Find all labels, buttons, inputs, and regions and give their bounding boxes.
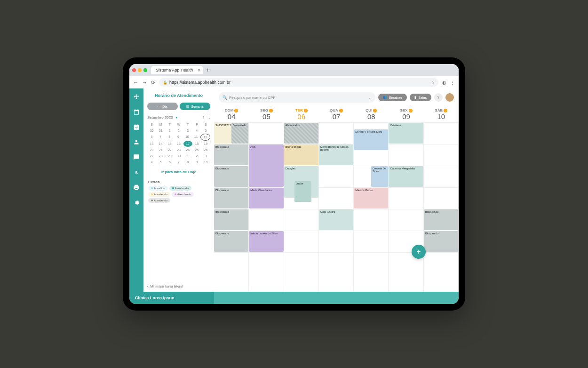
browser-tab[interactable]: Sistema App Health × [151,66,203,74]
minimize-sidebar-button[interactable]: ‹ Minimizar barra lateral [143,281,214,292]
mini-cal-day[interactable]: 31 [156,128,165,134]
day-header[interactable]: SÁB10 [424,106,459,122]
day-column[interactable]: AlessandroBruno thiagoDouglasLucas [284,123,319,292]
event[interactable]: Marcos Pedro [354,188,388,208]
day-column[interactable]: BloqueadoBloqueado [424,123,459,292]
chat-icon[interactable] [133,153,140,161]
mini-cal-day[interactable]: 25 [192,147,201,153]
help-button[interactable]: ? [434,93,443,102]
mini-cal-day[interactable]: 28 [156,153,165,159]
mini-cal-day[interactable]: 12 [200,134,210,141]
mini-cal-day[interactable]: 2 [174,128,183,134]
mini-cal-day[interactable]: 5 [201,128,210,134]
mini-cal-day[interactable]: 2 [192,153,201,159]
filter-chip[interactable]: Atendendo [148,198,170,203]
day-column[interactable]: Marta Berenice santos goldrinCaio Castro [319,123,354,292]
go-to-today-link[interactable]: Ir para data de Hoje [143,166,214,178]
mini-cal-day[interactable]: 3 [201,153,210,159]
address-bar[interactable]: 🔒 https://sistema.apphealth.com.br ☆ [159,78,438,87]
month-dropdown-icon[interactable]: ▼ [175,116,178,119]
print-icon[interactable] [133,184,140,191]
mini-cal-day[interactable]: 10 [183,134,191,141]
mini-cal-day[interactable]: 4 [192,128,201,134]
mini-cal-day[interactable]: 30 [147,128,156,134]
mini-cal-day[interactable]: 1 [183,153,192,159]
event[interactable]: 3415031715 [214,123,231,144]
mini-cal-day[interactable]: 18 [192,141,201,147]
mini-cal-day[interactable]: 24 [183,147,192,153]
mini-cal-day[interactable]: 9 [192,159,201,165]
mini-cal-day[interactable]: 7 [174,159,183,165]
schedule-icon[interactable] [133,123,140,131]
event[interactable]: Bloqueado [231,123,249,144]
day-header[interactable]: SEG05 [249,106,284,122]
settings-icon[interactable] [133,199,140,206]
day-column[interactable]: AnaMaria Claudia aaInácio Loreto da Silv… [249,123,284,292]
event[interactable]: Ana [249,144,283,187]
search-input[interactable]: 🔍 Pesquisa por nome ou CPF ⌄ [219,92,375,103]
event[interactable]: Catarina Mergulhão [389,166,423,187]
month-label[interactable]: Setembro 2020 [147,115,173,120]
day-header[interactable]: TER06 [284,106,319,122]
star-icon[interactable]: ☆ [431,80,435,85]
filter-chip[interactable]: Atendendo [148,192,170,197]
event[interactable]: Lucas [294,181,312,202]
day-column[interactable]: CristianeCatarina Mergulhão [389,123,423,292]
forward-button[interactable]: → [142,80,147,85]
week-view-button[interactable]: ▥ Semana [180,103,210,110]
back-button[interactable]: ← [133,80,138,85]
mini-cal-day[interactable]: 3 [183,128,192,134]
event[interactable]: Cristiane [389,123,423,144]
mini-cal-day[interactable]: 1 [165,128,174,134]
mini-cal-day[interactable]: 6 [147,134,156,141]
mini-cal-day[interactable]: 20 [147,147,156,153]
event[interactable]: Marta Berenice santos goldrin [319,144,353,165]
window-controls[interactable] [132,68,147,72]
event[interactable]: Alessandro [284,123,318,144]
patients-icon[interactable] [133,138,140,146]
event[interactable]: Bloqueado [214,144,248,165]
avatar[interactable] [445,93,454,102]
mini-cal-day[interactable]: 17 [183,141,192,147]
reload-button[interactable]: ⟳ [151,80,155,86]
prev-month-button[interactable]: ↑ [202,115,205,120]
day-header[interactable]: SEX09 [389,106,423,122]
calendar-grid[interactable]: 3415031715BloqueadoBloqueadoBloqueadoBlo… [214,123,459,292]
next-month-button[interactable]: ↓ [208,115,211,120]
mini-calendar[interactable]: SMTWTFS303112345678910111213141516171819… [143,120,214,166]
day-header[interactable]: DOM04 [214,106,249,122]
extension-icon[interactable]: ◐ [442,80,446,85]
event[interactable]: Bloqueado [214,209,248,230]
mini-cal-day[interactable]: 19 [201,141,210,147]
day-header[interactable]: QUI08 [354,106,389,122]
mini-cal-day[interactable]: 30 [174,153,183,159]
mini-cal-day[interactable]: 7 [156,134,165,141]
event[interactable]: Bloqueado [424,209,458,230]
mini-cal-day[interactable]: 11 [191,134,200,141]
mini-cal-day[interactable]: 15 [165,141,174,147]
filter-chip[interactable]: Atendendo [172,192,194,197]
mini-cal-day[interactable]: 6 [165,159,174,165]
logo-icon[interactable] [133,93,140,101]
event[interactable]: Bruno thiago [284,144,318,165]
day-header[interactable]: QUA07 [319,106,354,122]
event[interactable]: Daniela Da Silva [371,166,389,187]
menu-icon[interactable]: ⋮ [450,80,455,85]
new-tab-button[interactable]: + [206,67,209,73]
filter-chip[interactable]: Atendendo [169,186,191,191]
event[interactable]: Bloqueado [214,166,248,187]
finance-icon[interactable]: $ [133,168,140,176]
mini-cal-day[interactable]: 4 [147,159,156,165]
mini-cal-day[interactable]: 9 [174,134,183,141]
mini-cal-day[interactable]: 14 [156,141,165,147]
event[interactable]: Denner Ferreira Silva [354,129,388,150]
event[interactable]: Bloqueado [424,231,458,252]
mini-cal-day[interactable]: 5 [156,159,165,165]
add-fab[interactable]: + [412,245,426,259]
event[interactable]: Bloqueado [214,188,248,208]
salas-button[interactable]: ▮Salas [410,94,431,101]
mini-cal-day[interactable]: 16 [174,141,183,147]
mini-cal-day[interactable]: 13 [147,141,156,147]
mini-cal-day[interactable]: 21 [156,147,165,153]
event[interactable]: Bloqueado [214,231,248,252]
